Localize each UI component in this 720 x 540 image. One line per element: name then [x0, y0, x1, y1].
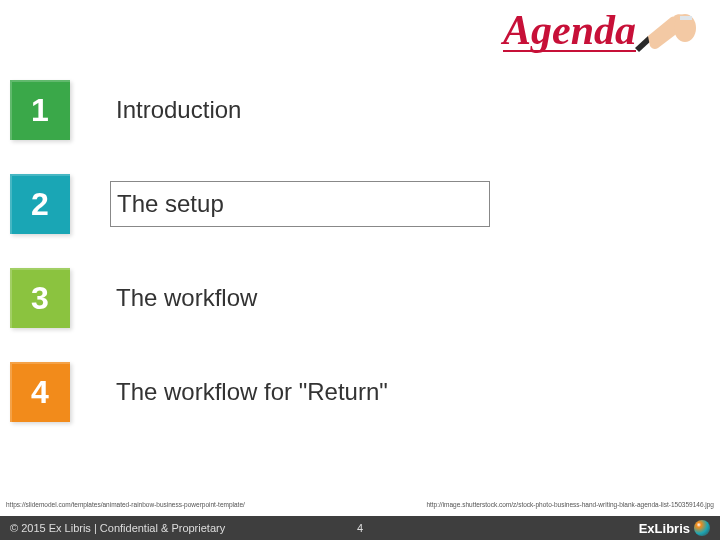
agenda-list: 1 Introduction 2 The setup 3 The workflo… — [0, 80, 720, 456]
number-badge-1: 1 — [10, 80, 70, 140]
hand-writing-icon — [630, 8, 700, 56]
agenda-item: 1 Introduction — [0, 80, 720, 140]
item-label: Introduction — [110, 88, 247, 132]
number-badge-3: 3 — [10, 268, 70, 328]
number-badge-4: 4 — [10, 362, 70, 422]
agenda-item: 2 The setup — [0, 174, 720, 234]
page-number: 4 — [357, 522, 363, 534]
footer-source-links: https://slidemodel.com/templates/animate… — [6, 501, 714, 508]
exlibris-logo: ExLibris — [639, 520, 710, 536]
item-label: The workflow — [110, 276, 263, 320]
item-label-highlighted: The setup — [110, 181, 490, 227]
agenda-header: Agenda — [503, 8, 700, 56]
logo-text: ExLibris — [639, 521, 690, 536]
logo-globe-icon — [694, 520, 710, 536]
item-label: The workflow for "Return" — [110, 370, 394, 414]
number-badge-2: 2 — [10, 174, 70, 234]
agenda-item: 3 The workflow — [0, 268, 720, 328]
footer-bar: © 2015 Ex Libris | Confidential & Propri… — [0, 516, 720, 540]
agenda-title: Agenda — [503, 12, 636, 52]
source-link-right: http://image.shutterstock.com/z/stock-ph… — [426, 501, 714, 508]
copyright-text: © 2015 Ex Libris | Confidential & Propri… — [10, 522, 639, 534]
agenda-item: 4 The workflow for "Return" — [0, 362, 720, 422]
source-link-left: https://slidemodel.com/templates/animate… — [6, 501, 245, 508]
